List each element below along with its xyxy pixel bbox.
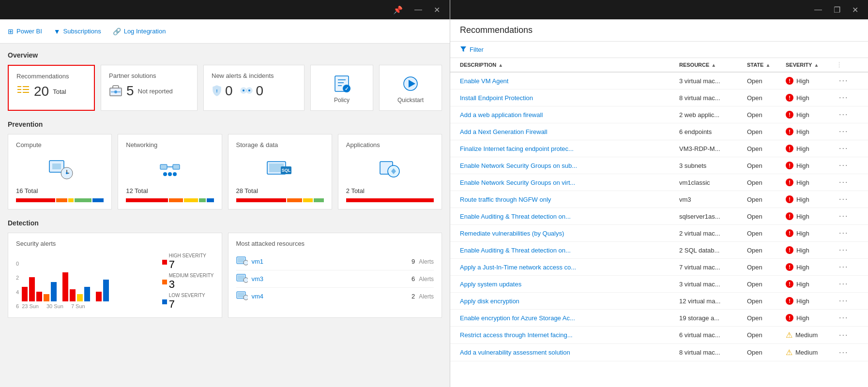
- row-actions-button[interactable]: ···: [839, 313, 858, 322]
- networking-card[interactable]: Networking 12 Total: [118, 134, 222, 209]
- row-actions-button[interactable]: ···: [839, 280, 858, 288]
- table-row[interactable]: Add a Next Generation Firewall 6 endpoin…: [450, 123, 868, 140]
- high-severity-icon: !: [786, 111, 793, 119]
- cell-resource: 2 SQL datab...: [679, 247, 747, 254]
- rp-restore-button[interactable]: ❐: [830, 3, 844, 16]
- cell-state: Open: [747, 281, 786, 288]
- row-actions-button[interactable]: ···: [839, 348, 858, 357]
- policy-card[interactable]: ✓ Policy: [310, 65, 373, 111]
- row-actions-button[interactable]: ···: [839, 212, 858, 221]
- nav-log-integration[interactable]: 🔗 Log Integration: [113, 28, 166, 35]
- rp-close-button[interactable]: ✕: [848, 3, 862, 16]
- high-severity-label: HIGH SEVERITY: [169, 253, 206, 258]
- nav-subscriptions[interactable]: ▼ Subscriptions: [54, 28, 101, 35]
- quickstart-card[interactable]: Quickstart: [379, 65, 442, 111]
- table-row[interactable]: Finalize Internet facing endpoint protec…: [450, 140, 868, 157]
- table-row[interactable]: Restrict access through Internet facing.…: [450, 327, 868, 344]
- row-actions-button[interactable]: ···: [839, 229, 858, 238]
- applications-card[interactable]: Applications 2 Total: [338, 134, 442, 209]
- cell-description: Apply system updates: [460, 281, 679, 288]
- high-severity-icon: !: [786, 314, 793, 322]
- alerts-card[interactable]: New alerts & incidents ! 0: [203, 65, 305, 111]
- cell-resource: 12 virtual ma...: [679, 298, 747, 305]
- cell-description: Add a web application firewall: [460, 111, 679, 119]
- pin-button[interactable]: 📌: [389, 3, 407, 16]
- col-state[interactable]: STATE ▲: [747, 62, 786, 68]
- table-row[interactable]: Route traffic through NGFW only vm3 Open…: [450, 191, 868, 208]
- col-description[interactable]: DESCRIPTION ▲: [460, 62, 679, 68]
- row-actions-button[interactable]: ···: [839, 127, 858, 136]
- most-attacked-card[interactable]: Most attacked resources vm1 9 Alerts: [228, 233, 442, 318]
- table-row[interactable]: Enable Network Security Groups on virt..…: [450, 174, 868, 191]
- high-severity-icon: !: [786, 246, 793, 254]
- severity-text: High: [796, 298, 809, 305]
- partner-solutions-card[interactable]: Partner solutions 5 Not reported: [101, 65, 198, 111]
- table-row[interactable]: Apply disk encryption 12 virtual ma... O…: [450, 293, 868, 310]
- left-panel: 📌 — ✕ ⊞ Power BI ▼ Subscriptions 🔗 Log I…: [0, 0, 450, 387]
- recommendations-card[interactable]: Recommendations 20 Total: [8, 65, 95, 111]
- row-actions-button[interactable]: ···: [839, 110, 858, 119]
- attack-vm1-name[interactable]: vm1: [252, 258, 408, 265]
- security-alerts-card[interactable]: Security alerts 6 4 2 0: [8, 233, 222, 318]
- svg-point-47: [244, 295, 248, 300]
- cell-state: Open: [747, 247, 786, 254]
- compute-card[interactable]: Compute 16 Total: [8, 134, 112, 209]
- cell-severity: ! High: [786, 314, 839, 322]
- severity-text: High: [796, 281, 809, 288]
- row-actions-button[interactable]: ···: [839, 76, 858, 85]
- table-row[interactable]: Apply system updates 3 virtual mac... Op…: [450, 276, 868, 293]
- main-content: Overview Recommendations: [0, 44, 450, 387]
- high-severity-icon: !: [786, 77, 793, 85]
- medium-severity-dot: [162, 280, 167, 284]
- row-actions-button[interactable]: ···: [839, 263, 858, 271]
- row-actions-button[interactable]: ···: [839, 93, 858, 102]
- col-resource[interactable]: RESOURCE ▲: [679, 62, 747, 68]
- table-row[interactable]: Enable encryption for Azure Storage Ac..…: [450, 310, 868, 327]
- severity-text: High: [796, 77, 809, 85]
- high-severity-icon: !: [786, 229, 793, 237]
- attack-vm4-name[interactable]: vm4: [252, 293, 408, 300]
- row-actions-button[interactable]: ···: [839, 144, 858, 153]
- severity-text: Medium: [795, 331, 818, 339]
- attack-item-vm4: vm4 2 Alerts: [236, 288, 434, 305]
- high-severity-dot: [162, 260, 167, 265]
- row-actions-button[interactable]: ···: [839, 246, 858, 254]
- row-actions-button[interactable]: ···: [839, 331, 858, 340]
- attack-vm3-label: Alerts: [419, 276, 434, 283]
- security-alerts-title: Security alerts: [16, 240, 214, 247]
- row-actions-button[interactable]: ···: [839, 195, 858, 204]
- bar-8: [77, 294, 83, 301]
- row-actions-button[interactable]: ···: [839, 297, 858, 305]
- table-row[interactable]: Install Endpoint Protection 8 virtual ma…: [450, 89, 868, 106]
- table-row[interactable]: Remediate vulnerabilities (by Qualys) 2 …: [450, 225, 868, 242]
- storage-card[interactable]: Storage & data SQL 28 Total: [228, 134, 332, 209]
- table-row[interactable]: Apply a Just-In-Time network access co..…: [450, 259, 868, 276]
- row-actions-button[interactable]: ···: [839, 161, 858, 170]
- svg-rect-28: [173, 164, 180, 169]
- cell-description: Enable Network Security Groups on virt..…: [460, 179, 679, 186]
- col-severity[interactable]: SEVERITY ▲: [786, 62, 839, 68]
- table-row[interactable]: Enable Network Security Groups on sub...…: [450, 157, 868, 174]
- table-row[interactable]: Add a web application firewall 2 web app…: [450, 106, 868, 123]
- rp-minimize-button[interactable]: —: [810, 3, 826, 16]
- attack-vm3-name[interactable]: vm3: [252, 275, 408, 283]
- bar-3: [36, 292, 42, 301]
- cell-resource: 3 subnets: [679, 162, 747, 169]
- table-row[interactable]: Enable Auditing & Threat detection on...…: [450, 242, 868, 259]
- low-severity-label: LOW SEVERITY: [169, 293, 205, 298]
- close-button[interactable]: ✕: [430, 3, 444, 16]
- cell-description: Enable Auditing & Threat detection on...: [460, 213, 679, 220]
- table-row[interactable]: Add a vulnerability assessment solution …: [450, 344, 868, 361]
- minimize-button[interactable]: —: [411, 3, 426, 16]
- nav-power-bi[interactable]: ⊞ Power BI: [8, 28, 42, 35]
- svg-point-13: [243, 89, 244, 91]
- table-row[interactable]: Enable VM Agent 3 virtual mac... Open ! …: [450, 73, 868, 89]
- subscriptions-icon: ▼: [54, 28, 61, 35]
- cell-severity: ! High: [786, 229, 839, 237]
- applications-title: Applications: [346, 141, 434, 149]
- high-severity-icon: !: [786, 179, 793, 186]
- table-row[interactable]: Enable Auditing & Threat detection on...…: [450, 208, 868, 225]
- row-actions-button[interactable]: ···: [839, 178, 858, 187]
- most-attacked-title: Most attacked resources: [236, 240, 434, 247]
- filter-button[interactable]: Filter: [460, 45, 484, 54]
